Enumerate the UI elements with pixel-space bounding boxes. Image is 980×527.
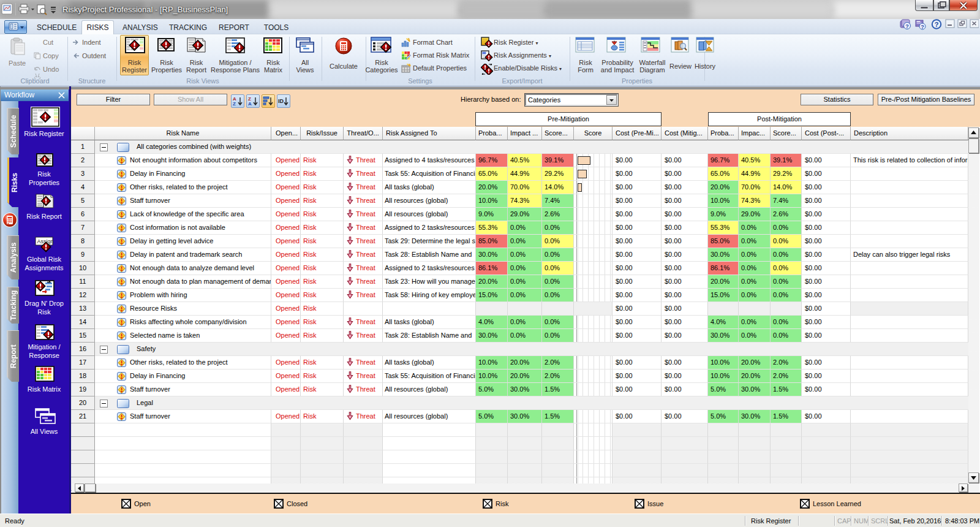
svg-text:?: ? (935, 21, 939, 28)
svg-text:ID: ID (278, 98, 284, 104)
svg-text:A: A (248, 101, 252, 107)
svg-text:Z: Z (233, 101, 236, 107)
svg-text:?: ? (905, 23, 909, 29)
svg-text:?: ? (921, 24, 924, 30)
